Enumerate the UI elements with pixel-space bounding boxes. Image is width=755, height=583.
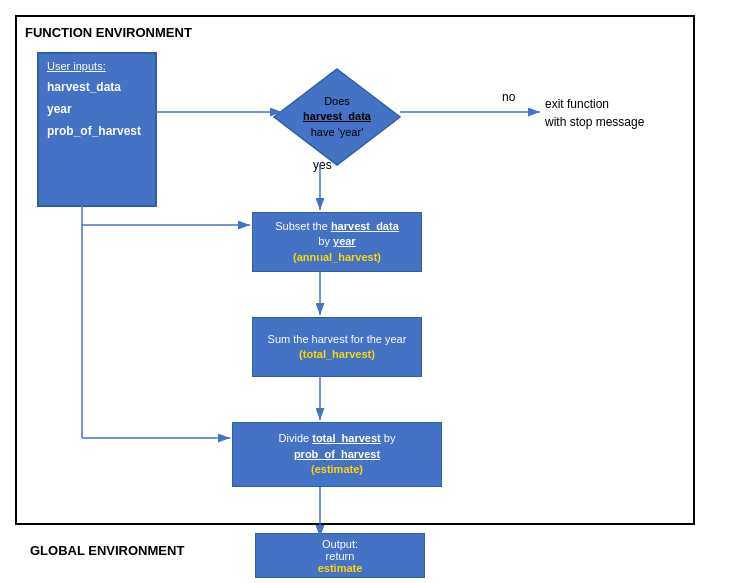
diamond-container: Does harvest_data have 'year' bbox=[272, 67, 402, 167]
user-inputs-title: User inputs: bbox=[47, 60, 147, 72]
input-item-year: year bbox=[47, 102, 147, 116]
diamond-line3: have 'year' bbox=[303, 125, 371, 140]
no-label: no bbox=[502, 90, 515, 104]
diamond-text: Does harvest_data have 'year' bbox=[272, 67, 402, 167]
sum-box: Sum the harvest for the year(total_harve… bbox=[252, 317, 422, 377]
input-item-prob: prob_of_harvest bbox=[47, 124, 147, 138]
subset-box: Subset the harvest_databy year(annual_ha… bbox=[252, 212, 422, 272]
output-box: Output:returnestimate bbox=[255, 533, 425, 578]
divide-box: Divide total_harvest byprob_of_harvest(e… bbox=[232, 422, 442, 487]
diamond-line2: harvest_data bbox=[303, 109, 371, 124]
page: FUNCTION ENVIRONMENT User inputs: harves… bbox=[0, 0, 755, 583]
diagram-area: FUNCTION ENVIRONMENT User inputs: harves… bbox=[15, 15, 695, 525]
exit-line2: with stop message bbox=[545, 113, 644, 131]
global-env-label: GLOBAL ENVIRONMENT bbox=[30, 543, 184, 558]
user-inputs-box: User inputs: harvest_data year prob_of_h… bbox=[37, 52, 157, 207]
exit-text: exit function with stop message bbox=[545, 95, 644, 131]
input-item-harvest-data: harvest_data bbox=[47, 80, 147, 94]
exit-line1: exit function bbox=[545, 95, 644, 113]
diamond-line1: Does bbox=[303, 94, 371, 109]
function-env-label: FUNCTION ENVIRONMENT bbox=[25, 25, 192, 40]
